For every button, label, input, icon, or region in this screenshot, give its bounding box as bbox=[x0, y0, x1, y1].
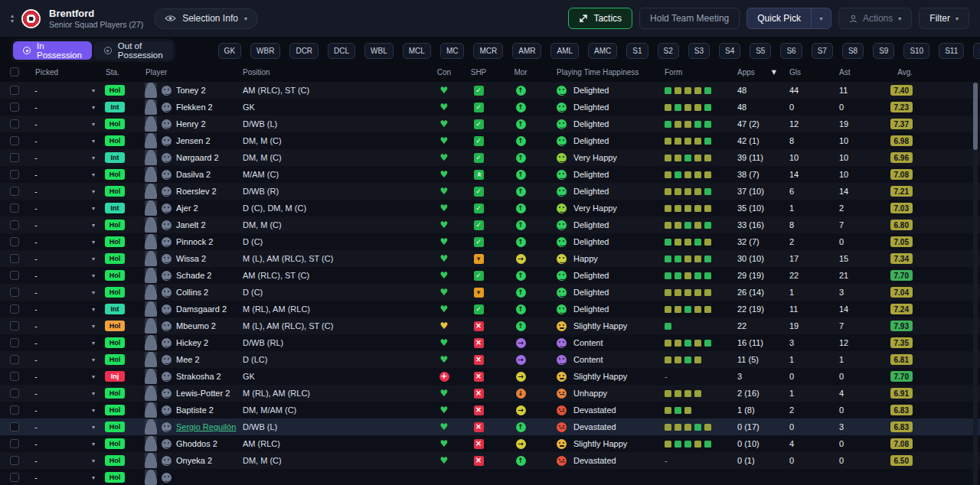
picked-dropdown[interactable]: - ▾ bbox=[29, 301, 103, 317]
row-checkbox[interactable] bbox=[10, 355, 19, 364]
player-profile-icon[interactable] bbox=[162, 254, 172, 264]
position-filter-mcr[interactable]: MCR bbox=[473, 43, 503, 59]
position-filter-amc[interactable]: AMC bbox=[588, 43, 617, 59]
picked-dropdown[interactable]: - ▾ bbox=[29, 99, 103, 116]
player-row[interactable]: - ▾ Hol Wissa 2 M (L), AM (RLC), ST (C) … bbox=[0, 250, 980, 267]
player-profile-icon[interactable] bbox=[162, 103, 172, 112]
position-filter-s1[interactable]: S1 bbox=[626, 43, 648, 59]
player-profile-icon[interactable] bbox=[162, 271, 172, 281]
player-row[interactable]: - ▾ Hol Collins 2 D (C) ♥ ▾ ↑ Delighted … bbox=[0, 284, 980, 301]
player-row[interactable]: - ▾ Hol Sergio Reguilón D/WB (L) ♥ × ↑ D… bbox=[0, 418, 980, 435]
column-header-form[interactable]: Form bbox=[658, 63, 729, 80]
position-filter-dcl[interactable]: DCL bbox=[328, 43, 355, 59]
row-checkbox[interactable] bbox=[10, 170, 19, 179]
player-name[interactable]: Toney 2 bbox=[176, 86, 206, 95]
player-row[interactable]: - ▾ Hol Schade 2 AM (RLC), ST (C) ♥ ✓ ↑ … bbox=[0, 267, 980, 284]
player-profile-icon[interactable] bbox=[162, 153, 172, 163]
row-checkbox[interactable] bbox=[10, 119, 19, 129]
player-name[interactable]: Lewis-Potter 2 bbox=[176, 389, 230, 398]
position-filter-s3[interactable]: S3 bbox=[688, 43, 710, 59]
player-profile-icon[interactable] bbox=[162, 170, 172, 180]
player-row[interactable]: - ▾ Hol Onyeka 2 DM, M (C) ♥ × ↑ Devasta… bbox=[0, 452, 980, 469]
scrollbar-track[interactable] bbox=[973, 82, 978, 485]
player-row[interactable]: - ▾ Inj Strakosha 2 GK + × → Slightly Ha… bbox=[0, 368, 980, 385]
position-filter-wbr[interactable]: WBR bbox=[250, 43, 280, 59]
player-profile-icon[interactable] bbox=[162, 86, 172, 96]
picked-dropdown[interactable]: - ▾ bbox=[29, 267, 103, 284]
column-header-ast[interactable]: Ast bbox=[832, 63, 882, 80]
player-row[interactable]: - ▾ Hol Roerslev 2 D/WB (R) ♥ ✓ ↑ Deligh… bbox=[0, 183, 980, 200]
player-name[interactable]: Janelt 2 bbox=[176, 220, 206, 229]
player-name[interactable]: Mee 2 bbox=[176, 355, 200, 364]
row-checkbox[interactable] bbox=[10, 338, 19, 347]
picked-dropdown[interactable]: - ▾ bbox=[29, 116, 103, 132]
column-header-happiness[interactable]: Playing Time Happiness bbox=[544, 63, 658, 80]
player-profile-icon[interactable] bbox=[162, 456, 172, 466]
row-checkbox[interactable] bbox=[10, 136, 19, 145]
player-name[interactable]: Schade 2 bbox=[176, 271, 211, 280]
player-profile-icon[interactable] bbox=[162, 237, 172, 247]
player-row[interactable]: - ▾ Int Nørgaard 2 DM, M (C) ♥ ✓ ↑ Very … bbox=[0, 149, 980, 166]
column-header-con[interactable]: Con bbox=[429, 63, 459, 80]
selection-info-button[interactable]: Selection Info ▾ bbox=[154, 8, 258, 29]
player-row[interactable]: - ▾ Hol Hickey 2 D/WB (RL) ♥ × → Content… bbox=[0, 334, 980, 351]
player-row[interactable]: - ▾ Hol Jensen 2 DM, M (C) ♥ ✓ ↑ Delight… bbox=[0, 132, 980, 149]
player-name[interactable]: Flekken 2 bbox=[176, 103, 213, 112]
player-row[interactable]: - ▾ Hol Baptiste 2 DM, M/AM (C) ♥ × → De… bbox=[0, 402, 980, 418]
player-row[interactable]: - ▾ Hol Mee 2 D (LC) ♥ × → Content 11 (5… bbox=[0, 351, 980, 368]
player-row[interactable]: - ▾ Int Ajer 2 D (C), DM, M (C) ♥ ✓ ↑ Ve… bbox=[0, 200, 980, 216]
quick-pick-button[interactable]: Quick Pick ▾ bbox=[746, 8, 831, 29]
row-checkbox[interactable] bbox=[10, 304, 19, 314]
position-filter-mcl[interactable]: MCL bbox=[403, 43, 431, 59]
column-header-sta[interactable]: Sta. bbox=[103, 63, 139, 80]
squad-view-expander[interactable]: ▴ ▾ bbox=[11, 13, 14, 24]
player-row[interactable]: - ▾ Int Damsgaard 2 M (RL), AM (RLC) ♥ ✓… bbox=[0, 301, 980, 317]
player-name[interactable]: Collins 2 bbox=[176, 288, 208, 297]
player-name[interactable]: Hickey 2 bbox=[176, 338, 208, 347]
picked-dropdown[interactable]: - ▾ bbox=[29, 469, 103, 485]
position-filter-s2[interactable]: S2 bbox=[658, 43, 679, 59]
scrollbar-thumb[interactable] bbox=[973, 83, 978, 150]
actions-button[interactable]: Actions ▾ bbox=[838, 8, 912, 29]
player-row[interactable]: - ▾ Hol Dasilva 2 M/AM (C) ♥ » ↑ Delight… bbox=[0, 166, 980, 183]
position-filter-s7[interactable]: S7 bbox=[812, 43, 833, 59]
picked-dropdown[interactable]: - ▾ bbox=[29, 418, 103, 435]
hold-team-meeting-button[interactable]: Hold Team Meeting bbox=[639, 8, 740, 29]
row-checkbox[interactable] bbox=[10, 372, 19, 381]
position-filter-aml[interactable]: AML bbox=[550, 43, 579, 59]
player-profile-icon[interactable] bbox=[162, 338, 172, 348]
player-name[interactable]: Sergio Reguilón bbox=[176, 422, 236, 431]
quick-pick-dropdown[interactable]: ▾ bbox=[811, 8, 831, 28]
player-name[interactable]: Nørgaard 2 bbox=[176, 153, 219, 162]
player-name[interactable]: Roerslev 2 bbox=[176, 187, 217, 196]
player-name[interactable]: Ajer 2 bbox=[176, 203, 198, 213]
picked-dropdown[interactable]: - ▾ bbox=[29, 402, 103, 418]
player-name[interactable]: Damsgaard 2 bbox=[176, 304, 227, 314]
column-header-avg[interactable]: Avg. bbox=[882, 63, 922, 80]
player-row[interactable]: - ▾ Hol Janelt 2 DM, M (C) ♥ ✓ ↑ Delight… bbox=[0, 216, 980, 233]
picked-dropdown[interactable]: - ▾ bbox=[29, 149, 103, 166]
player-profile-icon[interactable] bbox=[162, 187, 172, 197]
player-profile-icon[interactable] bbox=[162, 304, 172, 314]
player-name[interactable]: Mbeumo 2 bbox=[176, 321, 216, 330]
player-profile-icon[interactable] bbox=[162, 203, 172, 213]
picked-dropdown[interactable]: - ▾ bbox=[29, 82, 103, 99]
position-filter-gk[interactable]: GK bbox=[218, 43, 241, 59]
row-checkbox[interactable] bbox=[10, 237, 19, 246]
filter-button[interactable]: Filter ▾ bbox=[919, 8, 969, 29]
player-name[interactable]: Strakosha 2 bbox=[176, 372, 221, 381]
row-checkbox[interactable] bbox=[10, 456, 19, 465]
player-profile-icon[interactable] bbox=[162, 473, 172, 483]
player-row[interactable]: - ▾ Hol Lewis-Potter 2 M (RL), AM (RLC) … bbox=[0, 385, 980, 402]
column-header-gls[interactable]: Gls bbox=[782, 63, 832, 80]
row-checkbox[interactable] bbox=[10, 288, 19, 297]
player-profile-icon[interactable] bbox=[162, 136, 172, 146]
player-row[interactable]: - ▾ Int Flekken 2 GK ♥ ✓ ↑ Delighted 48 … bbox=[0, 99, 980, 116]
row-checkbox[interactable] bbox=[10, 439, 19, 448]
row-checkbox[interactable] bbox=[10, 271, 19, 280]
player-profile-icon[interactable] bbox=[162, 422, 172, 432]
picked-dropdown[interactable]: - ▾ bbox=[29, 250, 103, 267]
player-name[interactable]: Pinnock 2 bbox=[176, 237, 213, 246]
picked-dropdown[interactable]: - ▾ bbox=[29, 284, 103, 301]
picked-dropdown[interactable]: - ▾ bbox=[29, 452, 103, 469]
